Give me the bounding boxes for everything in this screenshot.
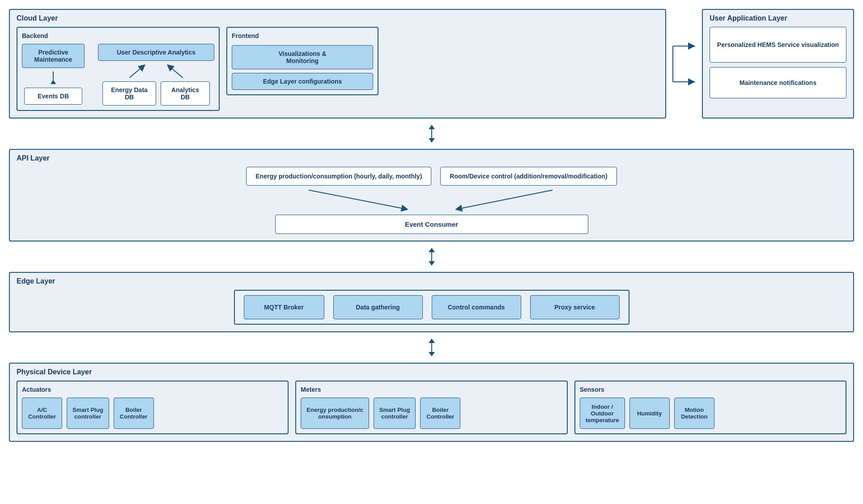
boiler-controller-meter-box: Boiler Controller	[420, 398, 460, 429]
energy-data-db-box: Energy Data DB	[102, 81, 156, 106]
indoor-outdoor-temp-box: Indoor / Outdoor temperature	[580, 398, 625, 429]
meters-title: Meters	[301, 386, 562, 393]
cloud-api-arrow	[9, 125, 854, 143]
edge-layer-config-box: Edge Layer configurations	[232, 73, 373, 90]
ac-controller-box: A/C Controller	[22, 398, 62, 429]
humidity-box: Humidity	[629, 398, 670, 429]
personalized-hems-box: Personalized HEMS Service visualization	[710, 27, 846, 63]
maintenance-notifications-box: Maintenance notifications	[710, 67, 846, 98]
edge-services-box: MQTT Broker Data gathering Control comma…	[234, 290, 629, 325]
actuators-title: Actuators	[22, 386, 283, 393]
meters-group: Meters Energy production/c onsumption Sm…	[295, 381, 567, 434]
user-descriptive-analytics-box: User Descriptive Analytics	[98, 44, 214, 61]
user-application-layer: User Application Layer Personalized HEMS…	[702, 9, 854, 119]
api-layer-title: API Layer	[17, 154, 846, 162]
user-application-layer-title: User Application Layer	[710, 14, 846, 22]
control-commands-box: Control commands	[432, 295, 521, 319]
mqtt-broker-box: MQTT Broker	[244, 295, 324, 319]
edge-layer-title: Edge Layer	[17, 277, 846, 285]
svg-line-0	[129, 67, 143, 78]
backend-title: Backend	[22, 32, 214, 39]
frontend-title: Frontend	[232, 32, 373, 39]
svg-line-6	[459, 190, 553, 209]
sensors-title: Sensors	[580, 386, 841, 393]
edge-physical-arrow	[9, 339, 854, 356]
predictive-maintenance-box: Predictive Maintenance	[22, 44, 85, 68]
actuators-group: Actuators A/C Controller Smart Plug cont…	[17, 381, 289, 434]
api-edge-arrow	[9, 248, 854, 266]
physical-layer-title: Physical Device Layer	[17, 368, 846, 376]
smart-plug-controller-actuator-box: Smart Plug controller	[67, 398, 109, 429]
motion-detection-box: Motion Detection	[674, 398, 714, 429]
boiler-controller-actuator-box: Boiler Controller	[114, 398, 154, 429]
sensors-group: Sensors Indoor / Outdoor temperature Hum…	[574, 381, 846, 434]
physical-device-layer: Physical Device Layer Actuators A/C Cont…	[9, 363, 854, 442]
api-room-device-endpoint: Room/Device control (addition/removal/mo…	[440, 167, 616, 186]
smart-plug-controller-meter-box: Smart Plug controller	[374, 398, 416, 429]
data-gathering-box: Data gathering	[333, 295, 423, 319]
api-layer: API Layer Energy production/consumption …	[9, 149, 854, 241]
analytics-db-box: Analytics DB	[161, 81, 210, 106]
svg-line-1	[170, 67, 183, 78]
frontend-box: Frontend Visualizations & Monitoring Edg…	[226, 27, 378, 95]
diagram-container: Cloud Layer Backend Predictive Maintenan…	[9, 9, 854, 442]
proxy-service-box: Proxy service	[530, 295, 620, 319]
energy-production-meter-box: Energy production/c onsumption	[301, 398, 369, 429]
event-consumer-box: Event Consumer	[275, 215, 588, 234]
cloud-layer-title: Cloud Layer	[17, 14, 659, 22]
api-energy-endpoint: Energy production/consumption (hourly, d…	[246, 167, 431, 186]
edge-layer: Edge Layer MQTT Broker Data gathering Co…	[9, 272, 854, 332]
backend-box: Backend Predictive Maintenance	[17, 27, 220, 111]
events-db-box: Events DB	[24, 88, 82, 105]
visualizations-box: Visualizations & Monitoring	[232, 45, 373, 69]
svg-line-5	[309, 190, 405, 209]
cloud-layer: Cloud Layer Backend Predictive Maintenan…	[9, 9, 666, 119]
